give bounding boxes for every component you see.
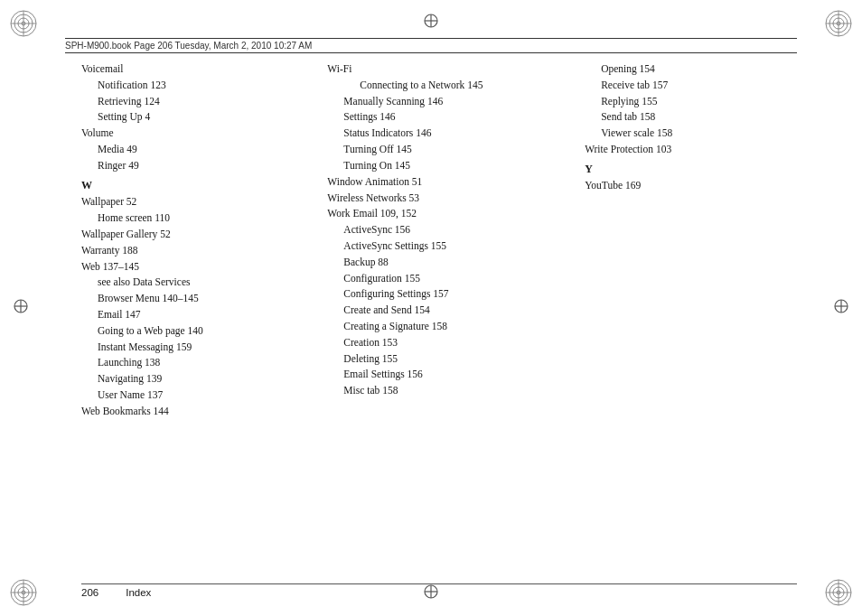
footer-page-number: 206 [81, 587, 98, 598]
header-bar: SPH-M900.book Page 206 Tuesday, March 2,… [65, 38, 797, 53]
list-item: Work Email 109, 152 [327, 206, 576, 222]
index-column-2: Wi-Fi Connecting to a Network 145 Manual… [327, 61, 585, 571]
index-column-1: Voicemail Notification 123 Retrieving 12… [81, 61, 327, 571]
list-item: Going to a Web page 140 [98, 323, 318, 340]
list-item: Manually Scanning 146 [343, 94, 576, 110]
list-item: Volume [81, 126, 318, 142]
list-item: see also Data Services [98, 275, 318, 291]
reg-mark-left [13, 298, 29, 318]
list-item: Media 49 [98, 142, 318, 158]
list-item: Send tab 158 [601, 109, 788, 126]
list-item: Web 137–145 [81, 259, 318, 275]
list-item: ActiveSync 156 [343, 222, 576, 238]
list-item: Creating a Signature 158 [343, 319, 576, 335]
list-item: Email 147 [98, 307, 318, 323]
list-item: Turning On 145 [343, 158, 576, 174]
header-text: SPH-M900.book Page 206 Tuesday, March 2,… [65, 41, 312, 51]
list-item: Turning Off 145 [343, 142, 576, 158]
list-item: Ringer 49 [98, 158, 318, 174]
list-item: Receive tab 157 [601, 78, 788, 94]
list-item: Navigating 139 [98, 371, 318, 387]
corner-decoration-bl [7, 576, 40, 609]
list-item: ActiveSync Settings 155 [343, 238, 576, 255]
list-item: User Name 137 [98, 387, 318, 404]
list-item: Retrieving 124 [98, 94, 318, 110]
list-item: Instant Messaging 159 [98, 340, 318, 356]
corner-decoration-tl [7, 7, 40, 40]
list-item: Deleting 155 [343, 351, 576, 368]
list-item: Launching 138 [98, 355, 318, 371]
list-item: Web Bookmarks 144 [81, 404, 318, 420]
list-item: Status Indicators 146 [343, 126, 576, 142]
list-item: YouTube 169 [585, 178, 788, 194]
list-item: Email Settings 156 [343, 367, 576, 383]
index-column-3: Opening 154 Receive tab 157 Replying 155… [585, 61, 797, 571]
list-item: Setting Up 4 [98, 109, 318, 126]
list-item: Configuration 155 [343, 271, 576, 287]
index-letter-y: Y [585, 161, 788, 178]
list-item: Replying 155 [601, 94, 788, 110]
reg-mark-right [833, 298, 849, 318]
list-item: Window Animation 51 [327, 174, 576, 191]
page: SPH-M900.book Page 206 Tuesday, March 2,… [0, 0, 862, 616]
index-columns: Voicemail Notification 123 Retrieving 12… [81, 61, 797, 571]
list-item: Warranty 188 [81, 243, 318, 259]
list-item: Backup 88 [343, 255, 576, 271]
list-item: Wi-Fi [327, 61, 576, 78]
footer-section-label: Index [126, 587, 151, 598]
main-content: Voicemail Notification 123 Retrieving 12… [81, 61, 797, 571]
list-item: Wireless Networks 53 [327, 191, 576, 207]
list-item: Settings 146 [343, 109, 576, 126]
reg-mark-top [423, 13, 439, 33]
list-item: Voicemail [81, 61, 318, 78]
list-item: Notification 123 [98, 78, 318, 94]
list-item: Connecting to a Network 145 [343, 78, 576, 94]
list-item: Browser Menu 140–145 [98, 291, 318, 307]
list-item: Viewer scale 158 [601, 126, 788, 142]
list-item: Home screen 110 [98, 210, 318, 227]
list-item: Configuring Settings 157 [343, 286, 576, 303]
footer: 206 Index [81, 583, 797, 598]
list-item: Wallpaper Gallery 52 [81, 227, 318, 243]
list-item: Misc tab 158 [343, 383, 576, 399]
list-item: Write Protection 103 [585, 142, 788, 158]
corner-decoration-br [822, 576, 855, 609]
list-item: Opening 154 [601, 61, 788, 78]
index-letter-w: W [81, 177, 318, 194]
list-item: Create and Send 154 [343, 303, 576, 319]
corner-decoration-tr [822, 7, 855, 40]
list-item: Wallpaper 52 [81, 194, 318, 210]
list-item: Creation 153 [343, 335, 576, 351]
